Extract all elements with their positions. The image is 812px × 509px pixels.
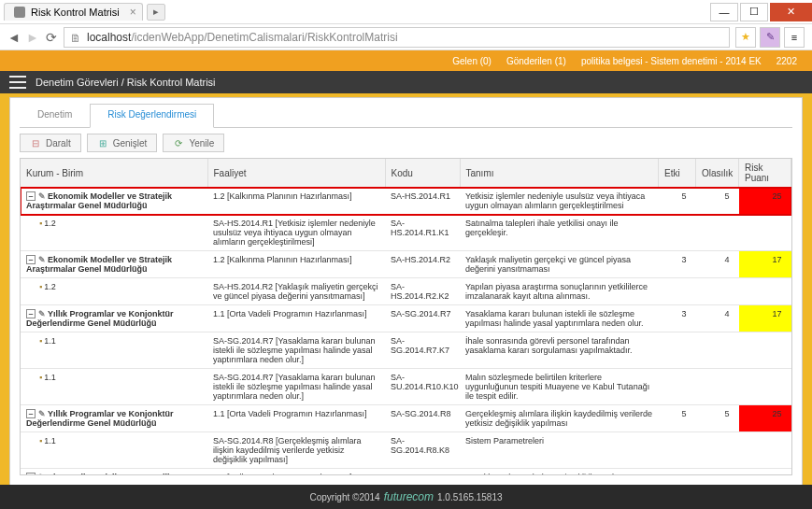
- collapse-row-icon[interactable]: –: [26, 191, 36, 201]
- content-panel: Denetim Risk Değerlendirmesi ⊟Daralt ⊞Ge…: [9, 97, 803, 493]
- expand-button[interactable]: ⊞Genişlet: [87, 134, 158, 152]
- tree-leaf-icon: ▪: [39, 373, 42, 382]
- window-maximize-button[interactable]: ☐: [740, 3, 768, 21]
- edit-icon[interactable]: ✎: [38, 191, 46, 201]
- grid-toolbar: ⊟Daralt ⊞Genişlet ⟳Yenile: [10, 128, 802, 158]
- url-path: /icdenWebApp/DenetimCalismalari/RiskKont…: [131, 31, 397, 44]
- tree-leaf-icon: ▪: [39, 336, 42, 346]
- page-tabs: Denetim Risk Değerlendirmesi: [20, 104, 792, 128]
- grid-sub-row[interactable]: ▪1.1SA-SG.2014.R8 [Gerçekleşmiş alımlara…: [21, 432, 791, 469]
- grid-group-row[interactable]: –✎Ekonomik Modeller ve Stratejik Araştır…: [21, 188, 791, 215]
- grid-header-row: Kurum - Birim Faaliyet Kodu Tanımı Etki …: [21, 159, 791, 188]
- expand-icon: ⊞: [97, 137, 108, 148]
- grid-group-row[interactable]: –✎Yıllık Programlar ve Konjonktür Değerl…: [21, 405, 791, 432]
- risk-grid[interactable]: Kurum - Birim Faaliyet Kodu Tanımı Etki …: [20, 158, 792, 475]
- grid-group-row[interactable]: –✎Yıllık Programlar ve Konjonktür Değerl…: [21, 305, 791, 332]
- footer-brand: futurecom: [384, 490, 434, 503]
- collapse-icon: ⊟: [30, 137, 41, 148]
- extension-pen-icon[interactable]: ✎: [760, 27, 780, 48]
- col-kodu[interactable]: Kodu: [385, 159, 460, 188]
- breadcrumb-bar: Denetim Görevleri / Risk Kontrol Matrisi: [0, 71, 812, 93]
- page-footer: Copyright ©2014 futurecom 1.0.5165.15813: [0, 485, 812, 509]
- grid-sub-row[interactable]: ▪1.2SA-HS.2014.R1 [Yetkisiz işlemler ned…: [21, 215, 791, 251]
- grid-group-row[interactable]: –✎Ekonomik Modeller ve Stratejik Araştır…: [21, 469, 791, 476]
- nav-forward-icon[interactable]: ►: [26, 31, 39, 44]
- header-code: 2202: [776, 56, 797, 66]
- browser-tab[interactable]: Risk Kontrol Matrisi ×: [4, 3, 143, 21]
- collapse-button[interactable]: ⊟Daralt: [20, 134, 81, 152]
- col-etki[interactable]: Etki: [659, 159, 696, 188]
- edit-icon[interactable]: ✎: [38, 255, 46, 264]
- nav-reload-icon[interactable]: ⟳: [45, 31, 58, 44]
- refresh-button[interactable]: ⟳Yenile: [163, 134, 224, 152]
- grid-sub-row[interactable]: ▪1.2SA-HS.2014.R2 [Yaklaşık maliyetin ge…: [21, 278, 791, 305]
- footer-version: 1.0.5165.15813: [437, 492, 503, 502]
- browser-menu-icon[interactable]: ≡: [784, 27, 805, 48]
- window-close-button[interactable]: ✕: [770, 3, 812, 21]
- new-tab-button[interactable]: ▸: [147, 4, 165, 21]
- header-context: politika belgesi - Sistem denetimi - 201…: [581, 56, 762, 66]
- nav-back-icon[interactable]: ◄: [7, 31, 21, 44]
- grid-sub-row[interactable]: ▪1.1SA-SG.2014.R7 [Yasaklama kararı bulu…: [21, 369, 791, 405]
- refresh-icon: ⟳: [173, 137, 184, 148]
- collapse-row-icon[interactable]: –: [26, 473, 36, 475]
- window-titlebar: Risk Kontrol Matrisi × ▸ — ☐ ✕: [0, 0, 812, 24]
- app-header: Gelen (0) Gönderilen (1) politika belges…: [0, 50, 812, 71]
- tab-close-icon[interactable]: ×: [130, 6, 136, 19]
- inbox-link[interactable]: Gelen (0): [452, 56, 491, 66]
- edit-icon[interactable]: ✎: [38, 409, 46, 418]
- breadcrumb: Denetim Görevleri / Risk Kontrol Matrisi: [36, 77, 216, 88]
- url-input[interactable]: 🗎 localhost/icdenWebApp/DenetimCalismala…: [64, 27, 730, 48]
- menu-hamburger-icon[interactable]: [9, 76, 26, 89]
- collapse-row-icon[interactable]: –: [26, 309, 36, 318]
- tab-denetim[interactable]: Denetim: [20, 104, 90, 127]
- sent-link[interactable]: Gönderilen (1): [506, 56, 566, 66]
- tab-favicon: [14, 7, 25, 18]
- col-kurum[interactable]: Kurum - Birim: [21, 159, 207, 188]
- grid-sub-row[interactable]: ▪1.1SA-SG.2014.R7 [Yasaklama kararı bulu…: [21, 332, 791, 369]
- tree-leaf-icon: ▪: [39, 219, 42, 228]
- browser-address-bar: ◄ ► ⟳ 🗎 localhost/icdenWebApp/DenetimCal…: [0, 24, 812, 50]
- collapse-row-icon[interactable]: –: [26, 409, 36, 418]
- tab-title: Risk Kontrol Matrisi: [31, 7, 120, 18]
- tab-risk-degerlendirmesi[interactable]: Risk Değerlendirmesi: [90, 104, 214, 128]
- collapse-row-icon[interactable]: –: [26, 255, 36, 264]
- url-host: localhost: [87, 31, 131, 44]
- col-olasilik[interactable]: Olasılık: [696, 159, 739, 188]
- footer-copyright: Copyright ©2014: [309, 492, 379, 502]
- tree-leaf-icon: ▪: [39, 282, 42, 291]
- edit-icon[interactable]: ✎: [38, 309, 46, 318]
- bookmark-star-icon[interactable]: ★: [735, 27, 756, 48]
- page-icon: 🗎: [70, 32, 81, 43]
- grid-group-row[interactable]: –✎Ekonomik Modeller ve Stratejik Araştır…: [21, 251, 791, 278]
- edit-icon[interactable]: ✎: [38, 473, 46, 475]
- col-tanimi[interactable]: Tanımı: [460, 159, 659, 188]
- col-risk[interactable]: Risk Puanı: [739, 159, 791, 188]
- col-faaliyet[interactable]: Faaliyet: [207, 159, 385, 188]
- tree-leaf-icon: ▪: [39, 436, 42, 445]
- window-minimize-button[interactable]: —: [710, 3, 738, 21]
